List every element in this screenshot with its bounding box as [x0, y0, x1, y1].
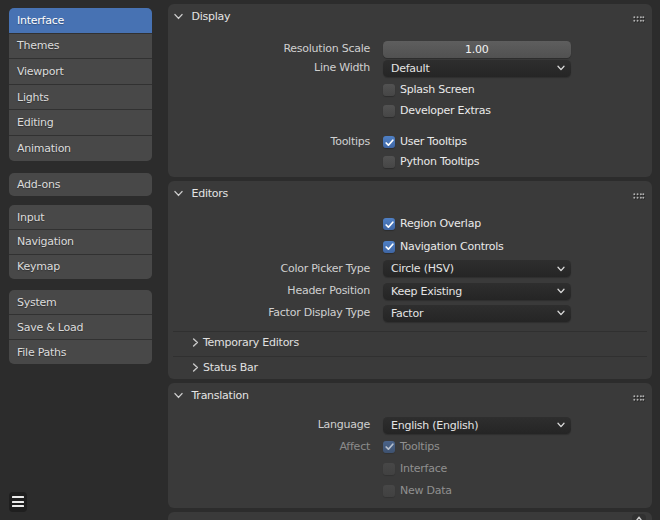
python-tooltips-checkbox[interactable]	[383, 156, 395, 168]
field-label: Factor Display Type	[168, 304, 370, 321]
preferences-nav-sidebar: Interface Themes Viewport Lights Editing…	[0, 0, 160, 520]
row-user-tooltips: Tooltips User Tooltips	[168, 133, 652, 151]
sidebar-item-label: Input	[17, 211, 44, 224]
checkbox-label: User Tooltips	[400, 133, 467, 151]
tab-group-addons: Add-ons	[9, 173, 152, 196]
hamburger-icon	[12, 496, 24, 498]
drag-grip-icon[interactable]	[633, 395, 645, 402]
drag-grip-icon[interactable]	[633, 193, 645, 200]
sidebar-item-save-load[interactable]: Save & Load	[9, 314, 152, 339]
affect-new-data-checkbox[interactable]	[383, 485, 395, 497]
subpanel-temporary-editors-header[interactable]: Temporary Editors	[168, 334, 652, 352]
panel-translation: Translation Language English (English) A…	[168, 383, 652, 508]
row-region-overlap: Region Overlap	[168, 215, 652, 233]
preferences-menu-button[interactable]	[9, 492, 27, 512]
panel-text-rendering-header[interactable]: Text Rendering	[168, 516, 652, 520]
hamburger-icon	[12, 505, 24, 507]
chevron-down-icon	[174, 189, 183, 198]
row-header-position: Header Position Keep Existing	[168, 282, 652, 299]
tab-group-interface: Interface Themes Viewport Lights Editing…	[9, 8, 152, 161]
tab-group-input: Input Navigation Keymap	[9, 205, 152, 278]
user-tooltips-checkbox[interactable]	[383, 136, 395, 148]
sidebar-item-interface[interactable]: Interface	[9, 8, 152, 33]
affect-interface-checkbox[interactable]	[383, 463, 395, 475]
chevron-down-icon	[174, 12, 183, 21]
drag-grip-icon[interactable]	[633, 16, 645, 23]
checkbox-label: Tooltips	[400, 438, 439, 456]
subpanel-separator	[173, 356, 647, 357]
factor-display-type-select[interactable]: Factor	[383, 305, 571, 322]
chevron-down-icon	[557, 288, 565, 294]
sidebar-item-label: Save & Load	[17, 321, 83, 334]
subpanel-status-bar-header[interactable]: Status Bar	[168, 359, 652, 377]
sidebar-item-keymap[interactable]: Keymap	[9, 254, 152, 279]
navigation-controls-checkbox[interactable]	[383, 241, 395, 253]
panel-title: Translation	[192, 387, 249, 404]
subpanel-title: Temporary Editors	[203, 334, 299, 352]
subpanel-separator	[173, 331, 647, 332]
scroll-up-button[interactable]	[632, 514, 647, 520]
row-color-picker-type: Color Picker Type Circle (HSV)	[168, 260, 652, 277]
sidebar-item-label: Keymap	[17, 260, 60, 273]
sidebar-item-label: Interface	[17, 14, 64, 27]
subpanel-title: Status Bar	[203, 359, 258, 377]
factor-display-type-value: Factor	[391, 305, 423, 322]
checkbox-label: Developer Extras	[400, 102, 491, 120]
developer-extras-checkbox[interactable]	[383, 105, 395, 117]
checkbox-label: Region Overlap	[400, 215, 481, 233]
panel-title: Text Rendering	[192, 516, 270, 520]
check-icon	[386, 222, 393, 227]
header-position-select[interactable]: Keep Existing	[383, 283, 571, 300]
panel-title: Editors	[192, 185, 229, 202]
field-label: Header Position	[168, 282, 370, 299]
field-label: Line Width	[168, 59, 370, 76]
resolution-scale-field[interactable]: 1.00	[383, 41, 571, 58]
panel-editors-header[interactable]: Editors	[168, 185, 652, 202]
sidebar-item-label: File Paths	[17, 346, 66, 359]
panel-text-rendering: Text Rendering	[168, 512, 652, 520]
panel-translation-header[interactable]: Translation	[168, 387, 652, 404]
row-python-tooltips: Python Tooltips	[168, 153, 652, 171]
sidebar-item-input[interactable]: Input	[9, 205, 152, 229]
chevron-down-icon	[557, 422, 565, 428]
splash-screen-checkbox[interactable]	[383, 84, 395, 96]
line-width-select[interactable]: Default	[383, 60, 571, 77]
checkbox-label: Interface	[400, 460, 447, 478]
field-label: Language	[168, 416, 370, 433]
sidebar-item-label: Navigation	[17, 235, 74, 248]
sidebar-item-editing[interactable]: Editing	[9, 109, 152, 135]
field-label: Affect	[168, 438, 370, 456]
blender-preferences-window: { "window_title": "Blender Preferences",…	[0, 0, 660, 520]
field-label: Tooltips	[168, 133, 370, 151]
field-label: Resolution Scale	[168, 40, 370, 57]
row-affect-tooltips: Affect Tooltips	[168, 438, 652, 456]
row-resolution-scale: Resolution Scale 1.00	[168, 40, 652, 57]
check-icon	[386, 140, 393, 145]
language-select[interactable]: English (English)	[383, 417, 571, 434]
sidebar-item-label: System	[17, 296, 57, 309]
row-affect-interface: Interface	[168, 460, 652, 478]
region-overlap-checkbox[interactable]	[383, 218, 395, 230]
row-splash-screen: Splash Screen	[168, 81, 652, 99]
color-picker-type-select[interactable]: Circle (HSV)	[383, 260, 571, 277]
row-factor-display-type: Factor Display Type Factor	[168, 304, 652, 321]
sidebar-item-navigation[interactable]: Navigation	[9, 229, 152, 254]
panel-display-header[interactable]: Display	[168, 8, 652, 25]
line-width-value: Default	[391, 60, 429, 77]
chevron-right-icon	[192, 363, 199, 372]
sidebar-item-animation[interactable]: Animation	[9, 135, 152, 161]
sidebar-item-lights[interactable]: Lights	[9, 84, 152, 110]
checkbox-label: New Data	[400, 482, 452, 500]
sidebar-item-label: Viewport	[17, 65, 64, 78]
language-value: English (English)	[391, 417, 478, 434]
chevron-down-icon	[174, 391, 183, 400]
sidebar-item-themes[interactable]: Themes	[9, 33, 152, 59]
sidebar-item-file-paths[interactable]: File Paths	[9, 339, 152, 364]
checkbox-label: Python Tooltips	[400, 153, 479, 171]
sidebar-item-system[interactable]: System	[9, 290, 152, 314]
affect-tooltips-checkbox[interactable]	[383, 441, 395, 453]
sidebar-item-viewport[interactable]: Viewport	[9, 58, 152, 84]
sidebar-item-addons[interactable]: Add-ons	[9, 173, 152, 196]
sidebar-item-label: Add-ons	[17, 178, 60, 191]
sidebar-item-label: Lights	[17, 91, 49, 104]
